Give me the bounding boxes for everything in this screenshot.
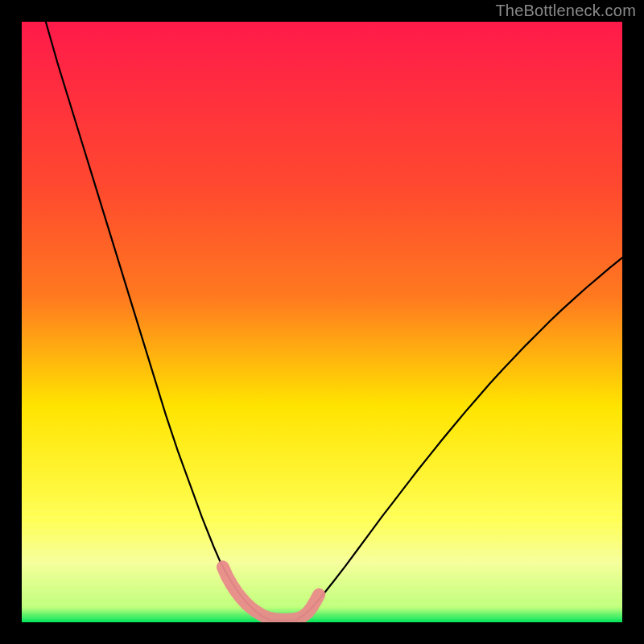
band-stripe bbox=[22, 543, 622, 547]
band-stripe bbox=[22, 569, 622, 573]
band-stripe bbox=[22, 616, 622, 620]
frame: TheBottleneck.com bbox=[0, 0, 644, 644]
chart-svg bbox=[22, 22, 622, 622]
chart-plot bbox=[22, 22, 622, 622]
band-stripe bbox=[22, 529, 622, 533]
band-stripe bbox=[22, 582, 622, 586]
band-stripe bbox=[22, 502, 622, 506]
band-stripe bbox=[22, 555, 622, 559]
band-stripe bbox=[22, 515, 622, 519]
watermark-text: TheBottleneck.com bbox=[495, 2, 636, 20]
band-stripe bbox=[22, 509, 622, 513]
band-stripe bbox=[22, 576, 622, 580]
band-stripe bbox=[22, 522, 622, 526]
band-stripe bbox=[22, 549, 622, 553]
band-stripe bbox=[22, 609, 622, 613]
band-stripe bbox=[22, 602, 622, 606]
band-stripe bbox=[22, 562, 622, 566]
band-stripe bbox=[22, 535, 622, 539]
